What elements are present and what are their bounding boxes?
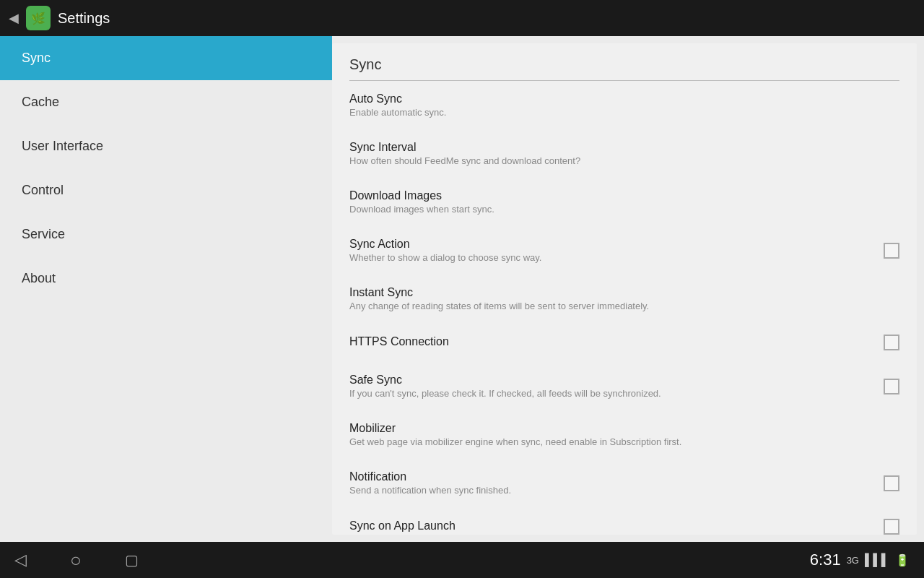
checkbox-safe-sync[interactable] [884,379,899,394]
setting-title-download-images: Download Images [349,189,899,202]
setting-title-notification: Notification [349,470,872,483]
section-title: Sync [332,43,917,80]
settings-list: Auto SyncEnable automatic sync.Sync Inte… [332,81,917,535]
sidebar-item-control[interactable]: Control [0,168,332,212]
sidebar-item-service[interactable]: Service [0,212,332,256]
app-icon: 🌿 [26,6,51,30]
setting-item-download-images[interactable]: Download ImagesDownload images when star… [332,178,917,226]
setting-item-instant-sync[interactable]: Instant SyncAny change of reading states… [332,275,917,323]
app-logo-icon: 🌿 [28,8,48,28]
status-bar: 6:31 3G ▌▌▌ 🔋 [810,551,910,569]
sidebar-item-user-interface[interactable]: User Interface [0,124,332,168]
setting-desc-sync-action: Whether to show a dialog to choose sync … [349,252,872,263]
signal-icon: ▌▌▌ [865,553,889,566]
recents-button[interactable]: ▢ [125,551,139,569]
setting-item-auto-sync[interactable]: Auto SyncEnable automatic sync. [332,81,917,129]
setting-title-sync-action: Sync Action [349,238,872,251]
setting-title-sync-interval: Sync Interval [349,141,899,154]
setting-desc-notification: Send a notification when sync finished. [349,485,872,496]
setting-desc-auto-sync: Enable automatic sync. [349,107,899,118]
topbar: ◀ 🌿 Settings [0,0,924,36]
checkbox-notification[interactable] [884,475,899,491]
setting-item-safe-sync[interactable]: Safe SyncIf you can't sync, please check… [332,362,917,410]
setting-item-https-connection[interactable]: HTTPS Connection [332,323,917,362]
setting-item-sync-on-app-launch[interactable]: Sync on App Launch [332,507,917,535]
checkbox-https-connection[interactable] [884,335,899,350]
time-display: 6:31 [810,551,841,569]
bottombar: ◁ ○ ▢ 6:31 3G ▌▌▌ 🔋 [0,542,924,578]
setting-title-https-connection: HTTPS Connection [349,335,872,348]
setting-title-instant-sync: Instant Sync [349,286,899,299]
setting-item-sync-interval[interactable]: Sync IntervalHow often should FeedMe syn… [332,129,917,178]
setting-desc-safe-sync: If you can't sync, please check it. If c… [349,388,872,399]
back-nav-icon[interactable]: ◀ [9,10,19,26]
sidebar-item-sync[interactable]: Sync [0,36,332,80]
back-button[interactable]: ◁ [14,551,27,569]
checkbox-sync-action[interactable] [884,243,899,259]
sidebar-item-about[interactable]: About [0,256,332,301]
checkbox-sync-on-app-launch[interactable] [884,519,899,535]
svg-text:🌿: 🌿 [31,12,45,25]
sidebar: SyncCacheUser InterfaceControlServiceAbo… [0,36,332,542]
nav-buttons: ◁ ○ ▢ [14,549,139,571]
battery-icon: 🔋 [895,553,910,567]
main-layout: SyncCacheUser InterfaceControlServiceAbo… [0,36,924,542]
network-indicator: 3G [847,555,859,566]
setting-desc-instant-sync: Any change of reading states of items wi… [349,301,899,311]
setting-item-sync-action[interactable]: Sync ActionWhether to show a dialog to c… [332,226,917,275]
sidebar-item-cache[interactable]: Cache [0,80,332,124]
home-button[interactable]: ○ [70,549,82,571]
setting-title-sync-on-app-launch: Sync on App Launch [349,519,872,532]
setting-desc-mobilizer: Get web page via mobilizer engine when s… [349,436,899,447]
content-panel: Sync Auto SyncEnable automatic sync.Sync… [332,43,917,535]
setting-desc-sync-interval: How often should FeedMe sync and downloa… [349,155,899,166]
app-title: Settings [58,10,110,27]
setting-item-mobilizer[interactable]: MobilizerGet web page via mobilizer engi… [332,410,917,459]
setting-title-safe-sync: Safe Sync [349,374,872,387]
setting-item-notification[interactable]: NotificationSend a notification when syn… [332,459,917,507]
setting-desc-download-images: Download images when start sync. [349,204,899,215]
setting-title-mobilizer: Mobilizer [349,422,899,435]
setting-title-auto-sync: Auto Sync [349,92,899,105]
